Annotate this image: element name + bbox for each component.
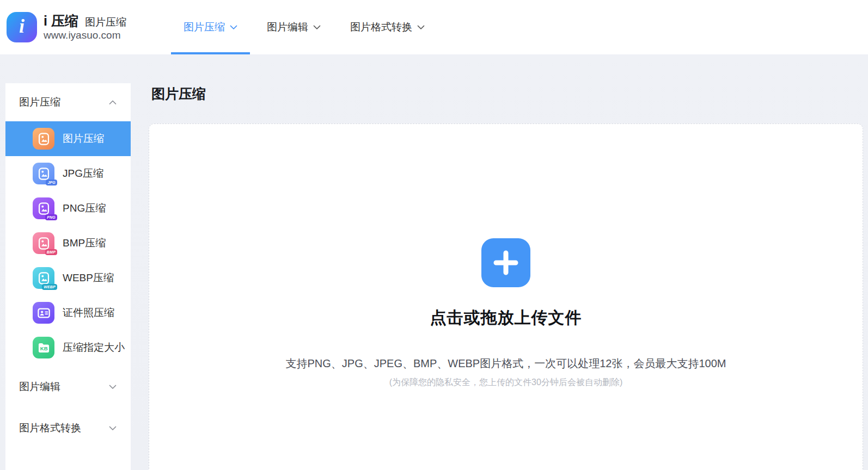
brand-tagline: 图片压缩: [85, 16, 126, 28]
format-badge: BMP: [45, 249, 57, 255]
plus-icon: [491, 248, 521, 277]
image-compress-icon: [33, 128, 54, 150]
sidebar-item-bmp-compress[interactable]: BMP BMP压缩: [5, 226, 131, 261]
logo-icon: i: [7, 12, 37, 42]
upload-support-text: 支持PNG、JPG、JPEG、BMP、WEBP图片格式，一次可以处理12张，会员…: [286, 356, 726, 371]
group-label: 图片格式转换: [19, 421, 81, 435]
bmp-compress-icon: BMP: [33, 232, 54, 254]
sidebar-group-format-convert[interactable]: 图片格式转换: [5, 409, 131, 448]
nav-item-format-convert[interactable]: 图片格式转换: [335, 0, 439, 54]
format-badge: WEBP: [42, 284, 57, 290]
sidebar-item-id-photo-compress[interactable]: 证件照压缩: [5, 295, 131, 330]
sidebar-group-image-compress[interactable]: 图片压缩: [5, 83, 131, 121]
sidebar-item-image-compress[interactable]: 图片压缩: [5, 121, 131, 156]
nav-item-image-edit[interactable]: 图片编辑: [252, 0, 335, 54]
site-url: www.iyasuo.com: [44, 29, 126, 41]
chevron-down-icon: [230, 25, 237, 30]
logo-letter: i: [19, 15, 25, 38]
kb-folder-icon: KB: [33, 337, 54, 358]
brand-line: i 压缩图片压缩: [44, 13, 126, 29]
chevron-down-icon: [313, 25, 321, 30]
brand-name: i 压缩: [44, 13, 78, 28]
webp-compress-icon: WEBP: [33, 267, 54, 289]
nav-item-image-compress[interactable]: 图片压缩: [169, 0, 252, 54]
site-logo[interactable]: i i 压缩图片压缩 www.iyasuo.com: [0, 12, 126, 42]
upload-plus-button[interactable]: [481, 238, 530, 287]
sidebar-item-label: BMP压缩: [63, 236, 106, 250]
chevron-down-icon: [417, 25, 425, 30]
upload-heading: 点击或拖放上传文件: [430, 307, 582, 329]
kb-label: KB: [40, 345, 47, 351]
chevron-down-icon: [109, 385, 117, 389]
id-photo-icon: [33, 302, 54, 324]
upload-dropzone[interactable]: 点击或拖放上传文件 支持PNG、JPG、JPEG、BMP、WEBP图片格式，一次…: [149, 123, 863, 470]
chevron-down-icon: [109, 426, 117, 431]
sidebar-item-png-compress[interactable]: PNG PNG压缩: [5, 191, 131, 226]
sidebar-item-jpg-compress[interactable]: JPG JPG压缩: [5, 156, 131, 191]
sidebar-item-label: JPG压缩: [63, 166, 103, 181]
group-label: 图片编辑: [19, 380, 60, 394]
upload-privacy-text: (为保障您的隐私安全，您上传的文件30分钟后会被自动删除): [389, 377, 622, 388]
group-label: 图片压缩: [19, 95, 60, 109]
sidebar-item-label: PNG压缩: [63, 201, 106, 215]
png-compress-icon: PNG: [33, 197, 54, 219]
nav-label: 图片压缩: [184, 20, 225, 34]
sidebar-item-webp-compress[interactable]: WEBP WEBP压缩: [5, 261, 131, 295]
jpg-compress-icon: JPG: [33, 163, 54, 184]
top-nav: 图片压缩 图片编辑 图片格式转换: [169, 0, 439, 54]
sidebar-item-label: 证件照压缩: [63, 306, 114, 320]
sidebar: 图片压缩 图片压缩 JPG JPG压缩 PNG PNG压缩 BMP BMP压缩: [5, 83, 131, 470]
header: i i 压缩图片压缩 www.iyasuo.com 图片压缩 图片编辑 图片格式…: [0, 0, 868, 54]
nav-label: 图片编辑: [267, 20, 308, 34]
format-badge: JPG: [46, 180, 57, 185]
sidebar-item-compress-to-size[interactable]: KB 压缩指定大小: [5, 330, 131, 365]
sidebar-group-image-edit[interactable]: 图片编辑: [5, 367, 131, 406]
sidebar-item-label: 压缩指定大小: [63, 341, 125, 355]
format-badge: PNG: [45, 214, 57, 220]
nav-label: 图片格式转换: [350, 20, 412, 34]
logo-text: i 压缩图片压缩 www.iyasuo.com: [44, 13, 126, 41]
sidebar-item-label: 图片压缩: [63, 132, 104, 146]
sidebar-item-label: WEBP压缩: [63, 271, 114, 285]
chevron-up-icon: [109, 100, 117, 105]
page-title: 图片压缩: [151, 85, 206, 103]
